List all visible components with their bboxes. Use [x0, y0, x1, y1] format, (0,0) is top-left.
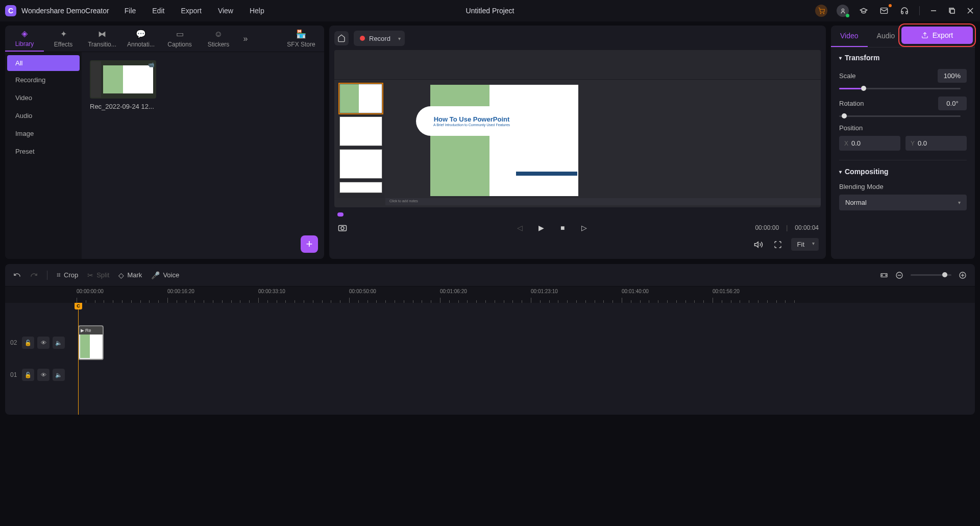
svg-point-1: [823, 13, 824, 13]
sidebar-item-image[interactable]: Image: [5, 125, 82, 142]
maximize-button[interactable]: [947, 6, 957, 15]
scale-slider[interactable]: [839, 88, 961, 89]
playhead[interactable]: C: [78, 303, 79, 415]
cart-icon[interactable]: [815, 5, 827, 17]
export-button[interactable]: Export: [901, 27, 973, 44]
record-button[interactable]: Record ▾: [354, 31, 405, 46]
tab-stickers[interactable]: ☺Stickers: [199, 26, 238, 52]
next-frame-button[interactable]: ▷: [578, 222, 590, 234]
sidebar-item-audio[interactable]: Audio: [5, 107, 82, 125]
sidebar-item-video[interactable]: Video: [5, 89, 82, 107]
store-icon: 🏪: [296, 29, 306, 39]
mark-button[interactable]: ◇Mark: [118, 271, 142, 279]
notes-area: Click to add notes: [385, 198, 821, 205]
user-icon[interactable]: [837, 5, 849, 17]
transitions-icon: ⧓: [98, 29, 106, 39]
track-visibility-button[interactable]: 👁: [37, 369, 50, 381]
stop-button[interactable]: ■: [556, 222, 569, 234]
play-button[interactable]: ▶: [535, 222, 547, 234]
tab-transitions[interactable]: ⧓Transitio...: [83, 26, 121, 52]
menu-view[interactable]: View: [218, 7, 233, 15]
rotation-slider[interactable]: [839, 115, 961, 117]
tab-annotations[interactable]: 💬Annotati...: [121, 26, 160, 52]
tab-sfx-store[interactable]: 🏪SFX Store: [278, 26, 324, 52]
mark-icon: ◇: [118, 271, 124, 279]
volume-button[interactable]: [752, 238, 765, 251]
track-01-label: 01: [10, 371, 17, 378]
sidebar-item-preset[interactable]: Preset: [5, 142, 82, 160]
app-name: Wondershare DemoCreator: [21, 7, 109, 15]
close-button[interactable]: [966, 6, 975, 15]
sidebar-item-recording[interactable]: Recording: [5, 71, 82, 89]
time-total: 00:00:04: [795, 224, 819, 231]
split-button[interactable]: ✂Split: [87, 271, 109, 279]
blend-label: Blending Mode: [839, 183, 967, 190]
mail-icon[interactable]: [878, 5, 890, 16]
effects-icon: ✦: [60, 29, 67, 39]
record-dot-icon: [360, 36, 365, 41]
track-lock-button[interactable]: 🔓: [22, 369, 34, 381]
compositing-section-toggle[interactable]: ▾Compositing: [839, 168, 967, 176]
scale-value[interactable]: 100%: [938, 69, 967, 83]
voice-button[interactable]: 🎤Voice: [151, 271, 179, 279]
home-button[interactable]: [334, 31, 349, 45]
library-panel: ◈Library ✦Effects ⧓Transitio... 💬Annotat…: [5, 26, 324, 259]
clip-type-icon: ▶: [81, 328, 84, 333]
preview-viewport[interactable]: How To Use PowerPoint A Brief Introducti…: [334, 50, 821, 207]
fullscreen-button[interactable]: [772, 238, 784, 251]
blend-mode-select[interactable]: Normal▾: [839, 195, 967, 210]
minimize-button[interactable]: [929, 6, 938, 15]
svg-point-2: [842, 9, 844, 11]
slide-subtitle: A Brief Introduction to Commonly Used Fe…: [433, 123, 510, 127]
zoom-slider[interactable]: [911, 274, 951, 276]
fit-select[interactable]: Fit▾: [791, 238, 819, 251]
time-current: 00:00:00: [755, 224, 779, 231]
tab-video-props[interactable]: Video: [831, 26, 868, 47]
track-mute-button[interactable]: 🔈: [53, 369, 65, 381]
media-clip[interactable]: 📹 Rec_2022-09-24 12...: [90, 60, 156, 110]
tab-audio-props[interactable]: Audio: [868, 26, 904, 47]
tab-library[interactable]: ◈Library: [5, 26, 44, 52]
tab-more[interactable]: »: [238, 26, 253, 52]
add-media-button[interactable]: +: [301, 235, 318, 253]
graduation-icon[interactable]: [858, 5, 869, 16]
zoom-out-button[interactable]: [895, 271, 903, 279]
slide-title: How To Use PowerPoint: [434, 115, 510, 123]
snapshot-button[interactable]: [336, 222, 349, 234]
track-visibility-button[interactable]: 👁: [37, 337, 50, 349]
rotation-label: Rotation: [839, 100, 864, 107]
app-logo: C: [5, 5, 16, 16]
svg-point-0: [820, 13, 821, 13]
position-y-input[interactable]: Y0.0: [905, 136, 967, 151]
upload-icon: [921, 32, 928, 39]
menu-file[interactable]: File: [125, 7, 136, 15]
transform-section-toggle[interactable]: ▾Transform: [839, 54, 967, 62]
rotation-value[interactable]: 0.0°: [938, 97, 967, 110]
zoom-in-button[interactable]: [959, 271, 967, 279]
track-mute-button[interactable]: 🔈: [53, 337, 65, 349]
fit-timeline-button[interactable]: [880, 271, 888, 279]
mic-icon: 🎤: [151, 271, 160, 279]
crop-button[interactable]: ⌗Crop: [57, 271, 78, 279]
menu-edit[interactable]: Edit: [152, 7, 164, 15]
undo-button[interactable]: [13, 271, 21, 279]
prev-frame-button[interactable]: ◁: [513, 222, 526, 234]
menu-export[interactable]: Export: [181, 7, 201, 15]
tab-effects[interactable]: ✦Effects: [44, 26, 83, 52]
tab-captions[interactable]: ▭Captions: [160, 26, 199, 52]
track-lock-button[interactable]: 🔓: [22, 337, 34, 349]
menu-help[interactable]: Help: [250, 7, 264, 15]
preview-scrubber[interactable]: [334, 210, 821, 219]
position-x-input[interactable]: X0.0: [839, 136, 900, 151]
timeline-ruler[interactable]: 00:00:00:0000:00:16:2000:00:33:1000:00:5…: [5, 286, 975, 303]
timeline-clip[interactable]: ▶Re: [78, 325, 104, 360]
chevron-down-icon: ▾: [812, 241, 815, 246]
timeline-panel: ⌗Crop ✂Split ◇Mark 🎤Voice 00:00:00:0000:…: [5, 264, 975, 415]
properties-panel: Video Audio ▾Transform Scale 100% Rotati…: [831, 26, 975, 259]
sidebar-item-all[interactable]: All: [7, 55, 80, 71]
redo-button[interactable]: [30, 271, 38, 279]
headset-icon[interactable]: [899, 5, 910, 16]
project-title: Untitled Project: [466, 7, 514, 15]
position-label: Position: [839, 124, 967, 132]
library-sidebar: All Recording Video Audio Image Preset: [5, 52, 82, 259]
